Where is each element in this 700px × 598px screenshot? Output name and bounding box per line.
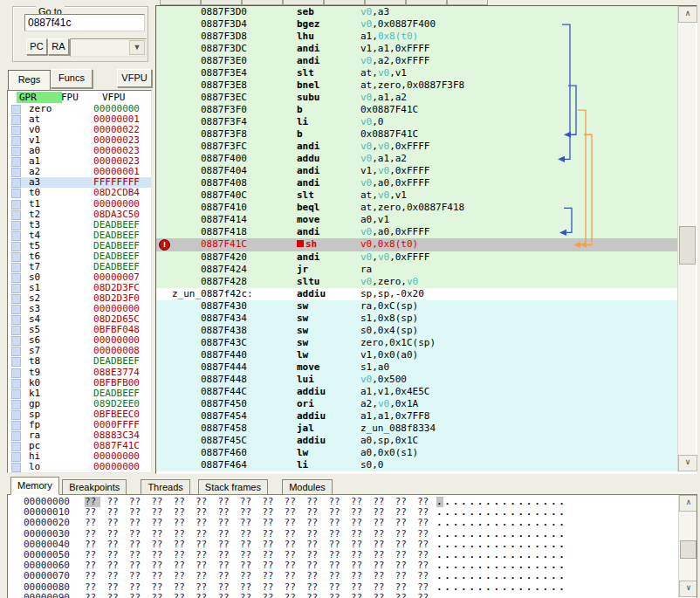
- memory-byte[interactable]: ??: [373, 518, 388, 528]
- memory-ascii-char[interactable]: .: [444, 550, 451, 560]
- memory-ascii-char[interactable]: .: [453, 582, 460, 593]
- memory-byte[interactable]: ??: [129, 497, 145, 507]
- memory-byte[interactable]: ??: [373, 550, 388, 560]
- memory-ascii-char[interactable]: .: [559, 582, 566, 593]
- memory-ascii-char[interactable]: .: [559, 497, 566, 507]
- memory-ascii-char[interactable]: .: [436, 497, 443, 507]
- memory-byte[interactable]: ??: [151, 593, 167, 598]
- memory-ascii-char[interactable]: .: [534, 571, 541, 581]
- memory-ascii-char[interactable]: .: [543, 571, 550, 581]
- memory-ascii-char[interactable]: .: [534, 593, 541, 598]
- memory-ascii-char[interactable]: .: [444, 571, 451, 581]
- memory-ascii-char[interactable]: .: [477, 540, 484, 550]
- memory-byte[interactable]: ??: [85, 571, 100, 581]
- memory-ascii-char[interactable]: .: [543, 529, 550, 540]
- memory-ascii-char[interactable]: .: [534, 582, 541, 593]
- memory-ascii-char[interactable]: .: [469, 529, 476, 540]
- memory-byte[interactable]: ??: [240, 497, 256, 507]
- register-row-t4[interactable]: t4DEADBEEF: [8, 230, 151, 241]
- memory-ascii-char[interactable]: .: [518, 593, 525, 598]
- memory-ascii-char[interactable]: .: [518, 507, 525, 518]
- memory-byte[interactable]: ??: [174, 550, 189, 560]
- disasm-row-0887F3FC[interactable]: 0887F3FCandiv0,v0,0xFFFF: [156, 141, 677, 153]
- memory-ascii-char[interactable]: .: [543, 593, 550, 598]
- memory-ascii-char[interactable]: .: [469, 540, 476, 550]
- memory-ascii-char[interactable]: .: [469, 571, 476, 581]
- memory-ascii-char[interactable]: .: [502, 540, 509, 550]
- memory-ascii-char[interactable]: .: [543, 540, 550, 550]
- memory-byte[interactable]: ??: [417, 529, 433, 540]
- memory-ascii-char[interactable]: .: [493, 582, 500, 593]
- memory-row-00000030[interactable]: 00000030????????????????????????????????…: [8, 529, 677, 540]
- disasm-row-0887F460[interactable]: 0887F460lwa0,0x0(s1): [156, 447, 677, 459]
- disasm-row-0887F3D0[interactable]: 0887F3D0sebv0,a3: [156, 6, 677, 18]
- memory-ascii-char[interactable]: .: [534, 560, 541, 571]
- disasm-row-0887F408[interactable]: 0887F408andiv0,a0,0xFFFF: [156, 177, 677, 189]
- memory-byte[interactable]: ??: [306, 582, 322, 593]
- memory-byte[interactable]: ??: [373, 582, 388, 593]
- memory-byte[interactable]: ??: [351, 540, 367, 550]
- disasm-row-0887F450[interactable]: 0887F450oria2,v0,0x1A: [156, 398, 677, 410]
- memory-ascii-char[interactable]: .: [526, 560, 533, 571]
- scroll-down-icon[interactable]: ∨: [678, 455, 697, 471]
- memory-byte[interactable]: ??: [262, 571, 278, 581]
- disasm-row-0887F424[interactable]: 0887F424jrra: [156, 264, 677, 276]
- memory-byte[interactable]: ??: [328, 507, 344, 518]
- memory-byte[interactable]: ??: [306, 550, 322, 560]
- disasm-row-0887F3DC[interactable]: 0887F3DCandiv1,a1,0xFFFF: [156, 43, 677, 55]
- memory-ascii-char[interactable]: .: [436, 571, 443, 581]
- memory-ascii-char[interactable]: .: [526, 593, 533, 598]
- register-row-t8[interactable]: t8DEADBEEF: [8, 356, 151, 367]
- memory-byte[interactable]: ??: [196, 571, 211, 581]
- function-combobox[interactable]: ▼: [70, 38, 147, 57]
- memory-ascii-char[interactable]: .: [510, 593, 517, 598]
- memory-ascii-char[interactable]: .: [453, 529, 460, 540]
- memory-ascii-char[interactable]: .: [444, 560, 451, 571]
- memory-ascii-char[interactable]: .: [518, 518, 525, 528]
- memory-ascii-char[interactable]: .: [526, 550, 533, 560]
- register-row-t5[interactable]: t5DEADBEEF: [8, 241, 151, 251]
- memory-byte[interactable]: ??: [417, 582, 433, 593]
- memory-ascii-char[interactable]: .: [551, 582, 558, 593]
- memory-byte[interactable]: ??: [417, 550, 433, 560]
- memory-ascii-char[interactable]: .: [453, 497, 460, 507]
- memory-byte[interactable]: ??: [306, 540, 322, 550]
- memory-ascii-char[interactable]: .: [469, 518, 476, 528]
- memory-row-00000080[interactable]: 00000080????????????????????????????????…: [8, 582, 677, 593]
- memory-byte[interactable]: ??: [240, 540, 256, 550]
- memory-ascii-char[interactable]: .: [526, 582, 533, 593]
- memory-byte[interactable]: ??: [151, 529, 167, 540]
- memory-byte[interactable]: ??: [196, 518, 211, 528]
- memory-row-00000020[interactable]: 00000020????????????????????????????????…: [8, 518, 677, 528]
- memory-ascii-char[interactable]: .: [461, 540, 468, 550]
- memory-byte[interactable]: ??: [306, 497, 322, 507]
- disasm-row-0887F3E4[interactable]: 0887F3E4sltat,v0,v1: [156, 67, 677, 79]
- memory-scrollbar-thumb[interactable]: [680, 540, 697, 559]
- memory-byte[interactable]: ??: [240, 582, 256, 593]
- memory-byte[interactable]: ??: [351, 593, 367, 598]
- goto-address-input[interactable]: [24, 14, 145, 31]
- memory-ascii-char[interactable]: .: [493, 540, 500, 550]
- memory-byte[interactable]: ??: [328, 571, 344, 581]
- memory-byte[interactable]: ??: [395, 582, 411, 593]
- memory-byte[interactable]: ??: [285, 540, 300, 550]
- memory-ascii-char[interactable]: .: [543, 560, 550, 571]
- memory-ascii-char[interactable]: .: [444, 497, 451, 507]
- memory-byte[interactable]: ??: [351, 507, 367, 518]
- memory-ascii-char[interactable]: .: [477, 582, 484, 593]
- memory-byte[interactable]: ??: [129, 550, 145, 560]
- memory-ascii-char[interactable]: .: [526, 540, 533, 550]
- register-row-t1[interactable]: t100000000: [8, 199, 151, 210]
- memory-ascii-char[interactable]: .: [502, 497, 509, 507]
- tab-regs[interactable]: Regs: [8, 70, 51, 91]
- memory-ascii-char[interactable]: .: [510, 550, 517, 560]
- memory-ascii-char[interactable]: .: [502, 582, 509, 593]
- tab-vfpu[interactable]: VFPU: [117, 69, 152, 87]
- memory-ascii-char[interactable]: .: [510, 507, 517, 518]
- memory-byte[interactable]: ??: [151, 518, 167, 528]
- disasm-row-0887F454[interactable]: 0887F454addiua1,a1,0x7FF8: [156, 410, 677, 423]
- memory-ascii-char[interactable]: .: [551, 560, 558, 571]
- memory-byte[interactable]: ??: [306, 518, 322, 528]
- memory-byte[interactable]: ??: [351, 582, 367, 593]
- memory-byte[interactable]: ??: [106, 571, 122, 581]
